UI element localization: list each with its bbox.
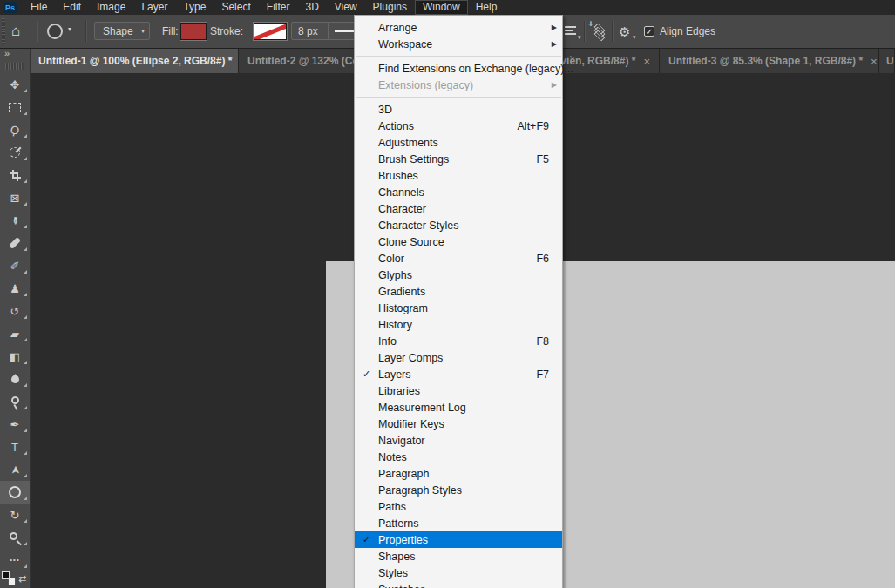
tab-untitled-3[interactable]: Untitled-3 @ 85.3% (Shape 1, RGB/8#) * × — [660, 49, 879, 73]
menu-item-workspace[interactable]: Workspace▶ — [355, 36, 562, 52]
eraser-icon: ▰ — [10, 328, 19, 340]
close-icon[interactable]: × — [643, 55, 650, 68]
gear-icon[interactable]: ⚙ — [619, 15, 630, 49]
layer-arrangement-icon[interactable]: + — [591, 23, 608, 40]
menubar-item-help[interactable]: Help — [468, 0, 505, 15]
ellipse-tool[interactable] — [0, 481, 30, 504]
crop-tool[interactable] — [0, 164, 30, 186]
hand-rotate-tool[interactable]: ↻ — [0, 504, 30, 526]
menu-item-adjustments[interactable]: Adjustments — [355, 134, 562, 151]
type-tool[interactable]: T — [0, 436, 30, 458]
menu-item-character-styles[interactable]: Character Styles — [355, 217, 562, 233]
menu-item-arrange[interactable]: Arrange▶ — [355, 19, 562, 36]
gradient-tool[interactable]: ◧ — [0, 345, 30, 368]
panel-grip[interactable] — [5, 63, 24, 70]
eyedropper-tool[interactable]: ✒ — [0, 209, 30, 232]
spot-healing-brush-tool[interactable] — [0, 232, 30, 254]
path-alignment-icon[interactable] — [565, 26, 577, 37]
tab-untitled-4[interactable]: Un — [879, 49, 895, 73]
align-edges-checkbox[interactable]: ✓ — [644, 26, 654, 37]
eraser-tool[interactable]: ▰ — [0, 322, 30, 345]
close-icon[interactable]: × — [871, 55, 878, 68]
zoom-tool[interactable] — [0, 526, 30, 549]
pen-tool[interactable]: ✒ — [0, 413, 30, 436]
brush-tool[interactable]: ✐ — [0, 254, 30, 277]
stroke-label: Stroke: — [210, 15, 243, 48]
menubar-item-filter[interactable]: Filter — [259, 0, 298, 15]
blur-tool[interactable] — [0, 368, 30, 390]
menu-item-layers[interactable]: ✓LayersF7 — [355, 366, 562, 382]
menubar-item-3d[interactable]: 3D — [297, 0, 326, 15]
menu-item-character[interactable]: Character — [355, 200, 562, 217]
menu-item-libraries[interactable]: Libraries — [355, 382, 562, 399]
clone-stamp-tool[interactable]: ♟ — [0, 277, 30, 300]
toolbar-tools: ✥Ϙ⊠✒✐♟↺▰◧✒T➤↻••• — [0, 73, 30, 571]
menu-item-actions[interactable]: ActionsAlt+F9 — [355, 118, 562, 134]
menu-item-notes[interactable]: Notes — [355, 449, 562, 465]
menubar-item-view[interactable]: View — [327, 0, 365, 15]
foreground-background-swatches[interactable] — [2, 571, 16, 585]
ellipse-icon — [9, 486, 21, 498]
stroke-swatch[interactable] — [254, 23, 287, 40]
menu-item-label: Paragraph — [378, 468, 429, 480]
object-selection-tool[interactable] — [0, 141, 30, 164]
menubar-item-image[interactable]: Image — [89, 0, 133, 15]
home-icon[interactable]: ⌂ — [11, 15, 20, 48]
menu-item-properties[interactable]: ✓Properties — [355, 531, 562, 548]
tool-mode-select[interactable]: Shape ▾ — [94, 22, 150, 40]
menu-item-layer-comps[interactable]: Layer Comps — [355, 349, 562, 366]
menu-item-paragraph-styles[interactable]: Paragraph Styles — [355, 482, 562, 498]
menu-item-modifier-keys[interactable]: Modifier Keys — [355, 416, 562, 432]
menu-item-navigator[interactable]: Navigator — [355, 432, 562, 449]
menubar-item-plugins[interactable]: Plugins — [365, 0, 415, 15]
frame-tool[interactable]: ⊠ — [0, 186, 30, 209]
edit-toolbar-tool[interactable]: ••• — [0, 549, 30, 571]
lasso-tool[interactable]: Ϙ — [0, 118, 30, 141]
menu-item-channels[interactable]: Channels — [355, 184, 562, 200]
swap-colors-icon[interactable]: ⇄ — [18, 573, 26, 585]
menu-item-measurement-log[interactable]: Measurement Log — [355, 399, 562, 416]
menubar-item-file[interactable]: File — [23, 0, 55, 15]
menu-item-info[interactable]: InfoF8 — [355, 333, 562, 349]
flyout-triangle-icon — [24, 338, 27, 341]
menu-item-history[interactable]: History — [355, 316, 562, 333]
menu-item-histogram[interactable]: Histogram — [355, 300, 562, 316]
toolbar-bottom: ⇄ — [0, 571, 30, 586]
menu-item-label: 3D — [378, 104, 392, 116]
move-tool[interactable]: ✥ — [0, 73, 30, 96]
rectangular-marquee-tool[interactable] — [0, 96, 30, 118]
menu-item-color[interactable]: ColorF6 — [355, 250, 562, 267]
object-selection-icon — [10, 147, 20, 158]
menu-item-label: Extensions (legacy) — [378, 79, 473, 91]
menubar-item-edit[interactable]: Edit — [55, 0, 89, 15]
menu-item-3d[interactable]: 3D — [355, 101, 562, 118]
menubar-item-layer[interactable]: Layer — [133, 0, 175, 15]
menubar-item-window[interactable]: Window — [415, 0, 468, 15]
tool-preset-caret-icon[interactable]: ▾ — [68, 25, 71, 33]
menu-item-styles[interactable]: Styles — [355, 564, 562, 581]
menu-item-paths[interactable]: Paths — [355, 498, 562, 515]
tool-preset-icon[interactable] — [47, 24, 63, 39]
collapse-panel-icon[interactable]: » — [4, 48, 10, 58]
menu-item-label: Measurement Log — [378, 402, 466, 414]
menu-item-glyphs[interactable]: Glyphs — [355, 267, 562, 283]
fill-swatch[interactable] — [180, 23, 207, 40]
menu-item-clone-source[interactable]: Clone Source — [355, 233, 562, 250]
history-brush-tool[interactable]: ↺ — [0, 300, 30, 322]
menu-item-patterns[interactable]: Patterns — [355, 515, 562, 531]
divider — [612, 21, 614, 42]
path-selection-tool[interactable]: ➤ — [0, 458, 30, 481]
menu-item-brush-settings[interactable]: Brush SettingsF5 — [355, 151, 562, 167]
menubar-item-select[interactable]: Select — [214, 0, 258, 15]
menu-item-brushes[interactable]: Brushes — [355, 167, 562, 184]
dodge-tool[interactable] — [0, 390, 30, 413]
menu-item-shapes[interactable]: Shapes — [355, 548, 562, 564]
menu-item-swatches[interactable]: Swatches — [355, 581, 562, 588]
flyout-triangle-icon — [24, 202, 27, 206]
menu-item-paragraph[interactable]: Paragraph — [355, 465, 562, 482]
options-bar-grip[interactable] — [2, 18, 5, 44]
tab-untitled-1[interactable]: Untitled-1 @ 100% (Ellipse 2, RGB/8#) * … — [30, 49, 239, 73]
menubar-item-type[interactable]: Type — [175, 0, 214, 15]
menu-item-find-extensions-on-exchange-legacy[interactable]: Find Extensions on Exchange (legacy)... — [355, 60, 562, 77]
menu-item-gradients[interactable]: Gradients — [355, 283, 562, 300]
